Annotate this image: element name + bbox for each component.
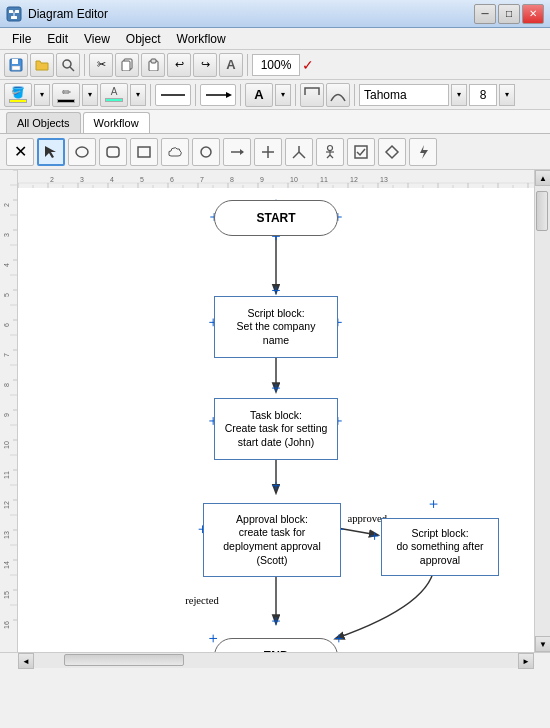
svg-text:5: 5 [140,176,144,183]
zoom-input[interactable]: 100% [252,54,300,76]
menu-view[interactable]: View [76,30,118,48]
cut-button[interactable]: ✂ [89,53,113,77]
text-color-dropdown[interactable]: ▾ [275,84,291,106]
vertical-scrollbar[interactable]: ▲ ▼ [534,170,550,652]
svg-text:9: 9 [3,413,10,417]
svg-rect-7 [12,66,20,70]
script2-shape[interactable]: Script block:do something afterapproval [381,518,499,576]
junction-tool[interactable] [254,138,282,166]
menu-object[interactable]: Object [118,30,169,48]
diagram-canvas[interactable]: approved rejected START Script block:Set… [18,188,534,652]
svg-text:4: 4 [3,263,10,267]
svg-line-27 [299,152,305,158]
window-title: Diagram Editor [28,7,474,21]
actor-tool[interactable] [316,138,344,166]
svg-rect-33 [355,146,367,158]
pointer-tool[interactable]: ✕ [6,138,34,166]
search-button[interactable] [56,53,80,77]
h-scroll-track[interactable] [34,653,518,668]
task-label: Task block:Create task for settingstart … [225,409,328,450]
checkbox-tool[interactable] [347,138,375,166]
select-tool[interactable] [37,138,65,166]
separator2 [247,54,248,76]
separator7 [354,84,355,106]
svg-text:7: 7 [3,353,10,357]
copy-button[interactable] [115,53,139,77]
connector-tool[interactable] [223,138,251,166]
svg-text:5: 5 [3,293,10,297]
ellipse-tool[interactable] [68,138,96,166]
paste-button[interactable] [141,53,165,77]
menu-edit[interactable]: Edit [39,30,76,48]
horizontal-scrollbar[interactable]: ◄ ► [0,652,550,668]
cloud-tool[interactable] [161,138,189,166]
rect-tool[interactable] [130,138,158,166]
font-size-input[interactable]: 8 [469,84,497,106]
script1-shape[interactable]: Script block:Set the companyname [214,296,338,358]
svg-rect-4 [11,16,17,19]
maximize-button[interactable]: □ [498,4,520,24]
rounded-rect-tool[interactable] [99,138,127,166]
svg-text:4: 4 [110,176,114,183]
scroll-right-button[interactable]: ► [518,653,534,669]
line-color-button[interactable]: ✏ [52,83,80,107]
highlight-button[interactable]: A [100,83,128,107]
start-shape[interactable]: START [214,200,338,236]
save-button[interactable] [4,53,28,77]
svg-rect-18 [107,147,119,157]
window-controls[interactable]: ─ □ ✕ [474,4,544,24]
circle-tool[interactable] [192,138,220,166]
svg-text:13: 13 [380,176,388,183]
undo-button[interactable]: ↩ [167,53,191,77]
svg-text:3: 3 [3,233,10,237]
line-style-button[interactable] [155,84,191,106]
minimize-button[interactable]: ─ [474,4,496,24]
fill-color-dropdown[interactable]: ▾ [34,84,50,106]
connector-rect-button[interactable] [300,83,324,107]
svg-point-8 [63,60,71,68]
highlight-dropdown[interactable]: ▾ [130,84,146,106]
svg-point-28 [328,145,333,150]
svg-point-17 [76,147,88,157]
line-color-dropdown[interactable]: ▾ [82,84,98,106]
approval-shape[interactable]: Approval block:create task fordeployment… [203,503,341,577]
svg-text:10: 10 [3,441,10,449]
separator6 [295,84,296,106]
font-name-input[interactable]: Tahoma [359,84,449,106]
arrow-style-button[interactable] [200,84,236,106]
task-shape[interactable]: Task block:Create task for settingstart … [214,398,338,460]
canvas-area[interactable]: 2 3 4 5 6 7 [18,170,534,652]
tab-workflow[interactable]: Workflow [83,112,150,133]
connector-curve-button[interactable] [326,83,350,107]
svg-marker-35 [420,145,428,159]
text-color-button[interactable]: A [245,83,273,107]
svg-text:6: 6 [3,323,10,327]
scroll-thumb[interactable] [536,191,548,231]
branch-tool[interactable] [285,138,313,166]
toolbar-format: 🪣 ▾ ✏ ▾ A ▾ A ▾ Tahoma ▾ 8 ▾ [0,80,550,110]
left-ruler: 2 3 4 5 6 7 8 9 10 11 12 13 14 15 16 [0,170,18,652]
svg-line-32 [330,155,333,158]
svg-text:13: 13 [3,531,10,539]
menu-file[interactable]: File [4,30,39,48]
top-ruler: 2 3 4 5 6 7 [18,170,534,188]
diamond-tool[interactable] [378,138,406,166]
size-dropdown[interactable]: ▾ [499,84,515,106]
scroll-down-button[interactable]: ▼ [535,636,550,652]
tab-all-objects[interactable]: All Objects [6,112,81,133]
text-button[interactable]: A [219,53,243,77]
fill-color-button[interactable]: 🪣 [4,83,32,107]
menu-workflow[interactable]: Workflow [169,30,234,48]
open-button[interactable] [30,53,54,77]
font-dropdown[interactable]: ▾ [451,84,467,106]
scroll-track[interactable] [535,186,550,636]
close-button[interactable]: ✕ [522,4,544,24]
end-shape[interactable]: END [214,638,338,652]
h-scroll-thumb[interactable] [64,654,184,666]
svg-text:6: 6 [170,176,174,183]
redo-button[interactable]: ↪ [193,53,217,77]
svg-text:11: 11 [320,176,328,183]
lightning-tool[interactable] [409,138,437,166]
scroll-left-button[interactable]: ◄ [18,653,34,669]
scroll-up-button[interactable]: ▲ [535,170,550,186]
